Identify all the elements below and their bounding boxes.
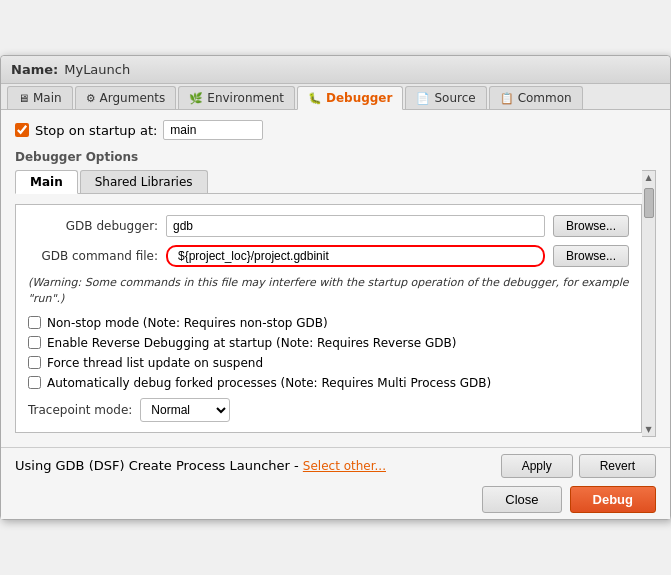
tab-common-label: Common — [518, 91, 572, 105]
gdb-debugger-label: GDB debugger: — [28, 219, 158, 233]
tab-source[interactable]: 📄 Source — [405, 86, 486, 109]
auto-fork-checkbox[interactable] — [28, 376, 41, 389]
revert-button[interactable]: Revert — [579, 454, 656, 478]
options-scrollbar[interactable]: ▲ ▼ — [642, 170, 656, 437]
inner-tab-main[interactable]: Main — [15, 170, 78, 194]
name-label: Name: — [11, 62, 58, 77]
launcher-text: Using GDB (DSF) Create Process Launcher … — [15, 458, 299, 473]
tab-common[interactable]: 📋 Common — [489, 86, 583, 109]
dialog-content: Stop on startup at: main Debugger Option… — [1, 110, 670, 447]
footer-top: Using GDB (DSF) Create Process Launcher … — [15, 454, 656, 478]
main-tab-icon: 🖥 — [18, 92, 29, 105]
non-stop-checkbox[interactable] — [28, 316, 41, 329]
inner-tab-main-label: Main — [30, 175, 63, 189]
gdb-command-file-input[interactable] — [166, 245, 545, 267]
launch-configuration-dialog: Name: MyLaunch 🖥 Main ⚙ Arguments 🌿 Envi… — [0, 55, 671, 520]
dialog-footer: Using GDB (DSF) Create Process Launcher … — [1, 447, 670, 519]
gdb-command-file-browse-button[interactable]: Browse... — [553, 245, 629, 267]
check-force-thread-row: Force thread list update on suspend — [28, 356, 629, 370]
common-tab-icon: 📋 — [500, 92, 514, 105]
footer-top-buttons: Apply Revert — [501, 454, 656, 478]
tab-debugger[interactable]: 🐛 Debugger — [297, 86, 403, 110]
check-non-stop-row: Non-stop mode (Note: Requires non-stop G… — [28, 316, 629, 330]
startup-row: Stop on startup at: main — [15, 120, 656, 140]
gdb-command-file-label: GDB command file: — [28, 249, 158, 263]
check-auto-fork-row: Automatically debug forked processes (No… — [28, 376, 629, 390]
warning-text: (Warning: Some commands in this file may… — [28, 275, 629, 306]
top-tabs-bar: 🖥 Main ⚙ Arguments 🌿 Environment 🐛 Debug… — [1, 84, 670, 110]
auto-fork-label: Automatically debug forked processes (No… — [47, 376, 491, 390]
gdb-debugger-input[interactable] — [166, 215, 545, 237]
tab-environment-label: Environment — [207, 91, 284, 105]
stop-on-startup-label: Stop on startup at: — [35, 123, 157, 138]
gdb-command-file-row: GDB command file: Browse... — [28, 245, 629, 267]
name-value: MyLaunch — [64, 62, 130, 77]
tab-debugger-label: Debugger — [326, 91, 392, 105]
non-stop-label: Non-stop mode (Note: Requires non-stop G… — [47, 316, 328, 330]
dialog-titlebar: Name: MyLaunch — [1, 56, 670, 84]
debugger-options-label: Debugger Options — [15, 150, 656, 164]
source-tab-icon: 📄 — [416, 92, 430, 105]
inner-tabs: Main Shared Libraries — [15, 170, 642, 194]
reverse-debug-label: Enable Reverse Debugging at startup (Not… — [47, 336, 456, 350]
tab-main[interactable]: 🖥 Main — [7, 86, 73, 109]
tab-main-label: Main — [33, 91, 62, 105]
tab-environment[interactable]: 🌿 Environment — [178, 86, 295, 109]
scroll-down-arrow[interactable]: ▼ — [643, 423, 653, 436]
tab-arguments-label: Arguments — [100, 91, 166, 105]
env-tab-icon: 🌿 — [189, 92, 203, 105]
tracepoint-row: Tracepoint mode: Normal Fast Automatic — [28, 398, 629, 422]
gdb-debugger-row: GDB debugger: Browse... — [28, 215, 629, 237]
options-area: GDB debugger: Browse... GDB command file… — [15, 204, 642, 433]
args-tab-icon: ⚙ — [86, 92, 96, 105]
stop-on-startup-checkbox[interactable] — [15, 123, 29, 137]
close-button[interactable]: Close — [482, 486, 561, 513]
options-main: Main Shared Libraries GDB debugger: Brow… — [15, 170, 642, 437]
tab-source-label: Source — [434, 91, 475, 105]
inner-tab-shared-libraries[interactable]: Shared Libraries — [80, 170, 208, 193]
debugger-tab-icon: 🐛 — [308, 92, 322, 105]
startup-at-input[interactable]: main — [163, 120, 263, 140]
check-reverse-debug-row: Enable Reverse Debugging at startup (Not… — [28, 336, 629, 350]
apply-button[interactable]: Apply — [501, 454, 573, 478]
tracepoint-select[interactable]: Normal Fast Automatic — [140, 398, 230, 422]
inner-tab-shared-libraries-label: Shared Libraries — [95, 175, 193, 189]
options-wrapper: Main Shared Libraries GDB debugger: Brow… — [15, 170, 656, 437]
scroll-thumb[interactable] — [644, 188, 654, 218]
tracepoint-label: Tracepoint mode: — [28, 403, 132, 417]
tab-arguments[interactable]: ⚙ Arguments — [75, 86, 177, 109]
force-thread-label: Force thread list update on suspend — [47, 356, 263, 370]
scroll-up-arrow[interactable]: ▲ — [643, 171, 653, 184]
select-other-link[interactable]: Select other... — [303, 459, 386, 473]
launcher-info: Using GDB (DSF) Create Process Launcher … — [15, 458, 386, 473]
gdb-debugger-browse-button[interactable]: Browse... — [553, 215, 629, 237]
force-thread-checkbox[interactable] — [28, 356, 41, 369]
footer-bottom: Close Debug — [15, 486, 656, 513]
reverse-debug-checkbox[interactable] — [28, 336, 41, 349]
debug-button[interactable]: Debug — [570, 486, 656, 513]
